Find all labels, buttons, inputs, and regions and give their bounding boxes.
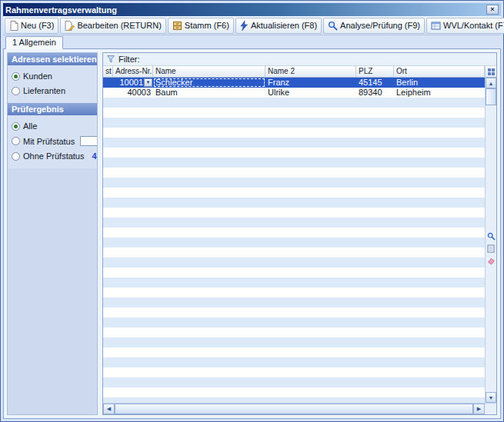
- table-cell: [356, 208, 394, 218]
- scroll-up-button[interactable]: ▲: [486, 78, 496, 88]
- scroll-down-button[interactable]: ▼: [486, 392, 496, 403]
- table-row-empty[interactable]: [103, 287, 485, 297]
- table-row-empty[interactable]: [103, 347, 485, 357]
- vertical-scrollbar[interactable]: ▲ ▼: [485, 66, 496, 403]
- table-row-empty[interactable]: [103, 317, 485, 327]
- table-row-empty[interactable]: [103, 297, 485, 307]
- table-cell: [153, 188, 265, 198]
- table-row-empty[interactable]: [103, 198, 485, 208]
- col-header-st[interactable]: st: [103, 66, 113, 78]
- filter-icon[interactable]: [106, 55, 115, 64]
- table-row-empty[interactable]: [103, 138, 485, 148]
- col-header-name[interactable]: Name: [153, 66, 265, 78]
- column-options-button[interactable]: [486, 66, 496, 78]
- table-row[interactable]: 10001 ▼ Schlecker Franz 45145 Berlin: [103, 78, 485, 88]
- table-cell: [103, 88, 113, 98]
- table-cell: [153, 218, 265, 228]
- close-button[interactable]: ×: [486, 5, 499, 15]
- table-cell: [113, 347, 153, 357]
- table-row-empty[interactable]: [103, 337, 485, 347]
- table-cell: [113, 397, 153, 403]
- table-row-empty[interactable]: [103, 248, 485, 258]
- titlebar[interactable]: Rahmenvertragsverwaltung ×: [3, 3, 501, 16]
- master-data-button[interactable]: Stamm (F6): [168, 18, 234, 34]
- table-cell: [153, 387, 265, 397]
- table-cell: [153, 238, 265, 248]
- table-header: st Adress-Nr. Name Name 2 PLZ Ort: [103, 66, 485, 78]
- radio-ohne-pruefstatus[interactable]: Ohne Prüfstatus 4: [12, 151, 93, 161]
- table-row[interactable]: 40003 Baum Ulrike 89340 Leipheim: [103, 88, 485, 98]
- radio-lieferanten-label: Lieferanten: [23, 86, 65, 95]
- search-button[interactable]: [486, 232, 496, 241]
- col-header-plz[interactable]: PLZ: [356, 66, 394, 78]
- table-row-empty[interactable]: [103, 98, 485, 108]
- edit-button[interactable]: Bearbeiten (RETURN): [60, 18, 165, 34]
- radio-alle[interactable]: Alle: [12, 121, 93, 131]
- scrollbar-track[interactable]: [486, 267, 496, 393]
- table-row-empty[interactable]: [103, 377, 485, 387]
- contact-icon: [431, 21, 441, 31]
- table-cell: [356, 188, 394, 198]
- new-button[interactable]: Neu (F3): [5, 18, 58, 34]
- table-cell: [265, 327, 356, 337]
- table-row-empty[interactable]: [103, 357, 485, 367]
- table-cell: [103, 337, 113, 347]
- table-row-empty[interactable]: [103, 307, 485, 317]
- col-header-name2[interactable]: Name 2: [265, 66, 356, 78]
- pruefstatus-input[interactable]: [80, 136, 98, 146]
- contact-button[interactable]: WVL/Kontakt (F7): [426, 18, 504, 34]
- table-cell: [113, 287, 153, 297]
- scroll-right-button[interactable]: ▶: [473, 404, 485, 414]
- table-row-empty[interactable]: [103, 277, 485, 287]
- table-row-empty[interactable]: [103, 128, 485, 138]
- grid-options-icon: [488, 68, 495, 75]
- table-cell: [153, 98, 265, 108]
- analysis-button[interactable]: Analyse/Prüfung (F9): [323, 18, 425, 34]
- table-row-empty[interactable]: [103, 397, 485, 403]
- table-cell: [103, 178, 113, 188]
- table-cell: [113, 317, 153, 327]
- radio-mit-pruefstatus[interactable]: Mit Prüfstatus: [12, 136, 93, 146]
- radio-kunden-label: Kunden: [23, 71, 52, 81]
- scrollbar-track[interactable]: [486, 105, 496, 231]
- table-row-empty[interactable]: [103, 228, 485, 238]
- radio-lieferanten[interactable]: Lieferanten: [12, 86, 93, 95]
- table-cell: [356, 277, 394, 287]
- table-cell: 89340: [356, 88, 394, 98]
- table-row-empty[interactable]: [103, 168, 485, 178]
- table-row-empty[interactable]: [103, 387, 485, 397]
- radio-kunden[interactable]: Kunden: [12, 71, 93, 81]
- table-row-empty[interactable]: [103, 148, 485, 158]
- table-cell: [103, 78, 113, 88]
- refresh-button[interactable]: Aktualisieren (F8): [235, 18, 322, 34]
- table-row-empty[interactable]: [103, 218, 485, 228]
- table-row-empty[interactable]: [103, 238, 485, 248]
- table-cell: [265, 397, 356, 403]
- col-header-ort[interactable]: Ort: [394, 66, 485, 78]
- horizontal-scrollbar[interactable]: ◀ ▶: [103, 403, 496, 414]
- horizontal-scrollbar-thumb[interactable]: [115, 404, 473, 414]
- table-row-empty[interactable]: [103, 158, 485, 168]
- table-cell: [153, 198, 265, 208]
- dropdown-button[interactable]: ▼: [144, 78, 152, 87]
- table-row-empty[interactable]: [103, 118, 485, 128]
- table-row-empty[interactable]: [103, 188, 485, 198]
- table-cell: [394, 168, 485, 178]
- radio-icon: [12, 122, 20, 131]
- clear-filter-button[interactable]: [486, 257, 496, 266]
- table-row-empty[interactable]: [103, 367, 485, 377]
- table-row-empty[interactable]: [103, 267, 485, 277]
- table-row-empty[interactable]: [103, 258, 485, 267]
- table-row-empty[interactable]: [103, 178, 485, 188]
- vertical-scrollbar-thumb[interactable]: [486, 88, 496, 105]
- table-row-empty[interactable]: [103, 327, 485, 337]
- goto-record-button[interactable]: [486, 244, 496, 254]
- tab-allgemein[interactable]: 1 Allgemein: [5, 36, 63, 49]
- table-cell: [113, 138, 153, 148]
- table-cell: [153, 248, 265, 258]
- table-cell: [265, 108, 356, 118]
- table-row-empty[interactable]: [103, 108, 485, 118]
- scroll-left-button[interactable]: ◀: [103, 404, 115, 414]
- table-row-empty[interactable]: [103, 208, 485, 218]
- col-header-adress-nr[interactable]: Adress-Nr.: [113, 66, 153, 78]
